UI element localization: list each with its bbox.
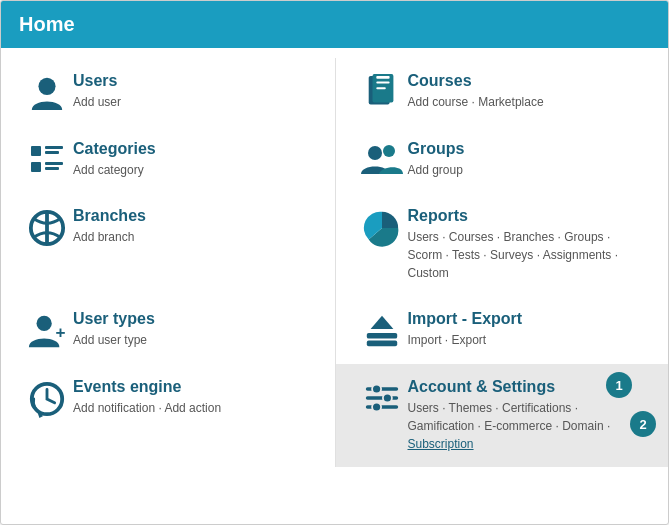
branches-title: Branches [73, 207, 315, 225]
grid-item-importexport[interactable]: Import - Export Import · Export [335, 296, 669, 364]
eventsengine-text: Events engine Add notification · Add act… [73, 378, 315, 417]
svg-rect-9 [31, 162, 41, 172]
svg-point-16 [37, 316, 52, 331]
usertypes-title: User types [73, 310, 315, 328]
grid-item-users[interactable]: Users Add user [1, 58, 335, 126]
eventsengine-title: Events engine [73, 378, 315, 396]
svg-rect-10 [45, 162, 63, 165]
svg-point-12 [368, 146, 382, 160]
home-grid: Users Add user Courses Add course · Mark… [1, 48, 668, 477]
branches-sub: Add branch [73, 228, 315, 246]
svg-rect-7 [45, 146, 63, 149]
courses-text: Courses Add course · Marketplace [408, 72, 649, 111]
grid-item-branches[interactable]: Branches Add branch [1, 193, 335, 296]
importexport-icon [356, 312, 408, 350]
accountsettings-icon [356, 380, 408, 416]
importexport-sub: Import · Export [408, 331, 649, 349]
grid-item-categories[interactable]: Categories Add category [1, 126, 335, 193]
importexport-text: Import - Export Import · Export [408, 310, 649, 349]
groups-sub: Add group [408, 161, 649, 179]
categories-icon [21, 142, 73, 178]
svg-rect-8 [45, 151, 59, 154]
svg-point-0 [38, 78, 55, 95]
groups-title: Groups [408, 140, 649, 158]
svg-point-13 [383, 145, 395, 157]
reports-sub: Users · Courses · Branches · Groups · Sc… [408, 228, 649, 282]
courses-title: Courses [408, 72, 649, 90]
users-title: Users [73, 72, 315, 90]
groups-text: Groups Add group [408, 140, 649, 179]
svg-rect-11 [45, 167, 59, 170]
groups-icon [356, 142, 408, 176]
svg-rect-5 [376, 87, 386, 89]
badge-2: 2 [630, 411, 656, 437]
subscription-link[interactable]: Subscription [408, 437, 474, 451]
eventsengine-icon [21, 380, 73, 418]
grid-item-reports[interactable]: Reports Users · Courses · Branches · Gro… [335, 193, 669, 296]
svg-text:+: + [56, 322, 66, 342]
svg-rect-18 [366, 333, 396, 339]
grid-item-groups[interactable]: Groups Add group [335, 126, 669, 193]
grid-item-accountsettings[interactable]: Account & Settings Users · Themes · Cert… [335, 364, 669, 467]
eventsengine-sub: Add notification · Add action [73, 399, 315, 417]
svg-rect-19 [366, 341, 396, 347]
accountsettings-sub: Users · Themes · Certifications · Gamifi… [408, 399, 649, 453]
page-title: Home [19, 13, 650, 36]
branches-text: Branches Add branch [73, 207, 315, 246]
users-sub: Add user [73, 93, 315, 111]
courses-sub: Add course · Marketplace [408, 93, 649, 111]
categories-title: Categories [73, 140, 315, 158]
grid-item-eventsengine[interactable]: Events engine Add notification · Add act… [1, 364, 335, 467]
svg-rect-4 [376, 82, 389, 84]
svg-point-28 [372, 403, 381, 412]
importexport-title: Import - Export [408, 310, 649, 328]
users-text: Users Add user [73, 72, 315, 111]
svg-point-26 [372, 385, 381, 394]
svg-point-27 [382, 394, 391, 403]
grid-item-usertypes[interactable]: + User types Add user type [1, 296, 335, 364]
reports-icon [356, 209, 408, 247]
usertypes-text: User types Add user type [73, 310, 315, 349]
reports-text: Reports Users · Courses · Branches · Gro… [408, 207, 649, 282]
reports-title: Reports [408, 207, 649, 225]
grid-item-courses[interactable]: Courses Add course · Marketplace [335, 58, 669, 126]
users-icon [21, 74, 73, 112]
header: Home [1, 1, 668, 48]
categories-text: Categories Add category [73, 140, 315, 179]
svg-rect-6 [31, 146, 41, 156]
main-window: Home Users Add user [0, 0, 669, 525]
branches-icon [21, 209, 73, 247]
svg-rect-3 [376, 76, 389, 79]
usertypes-icon: + [21, 312, 73, 350]
svg-marker-20 [370, 316, 393, 329]
courses-icon [356, 74, 408, 112]
categories-sub: Add category [73, 161, 315, 179]
badge-1: 1 [606, 372, 632, 398]
usertypes-sub: Add user type [73, 331, 315, 349]
